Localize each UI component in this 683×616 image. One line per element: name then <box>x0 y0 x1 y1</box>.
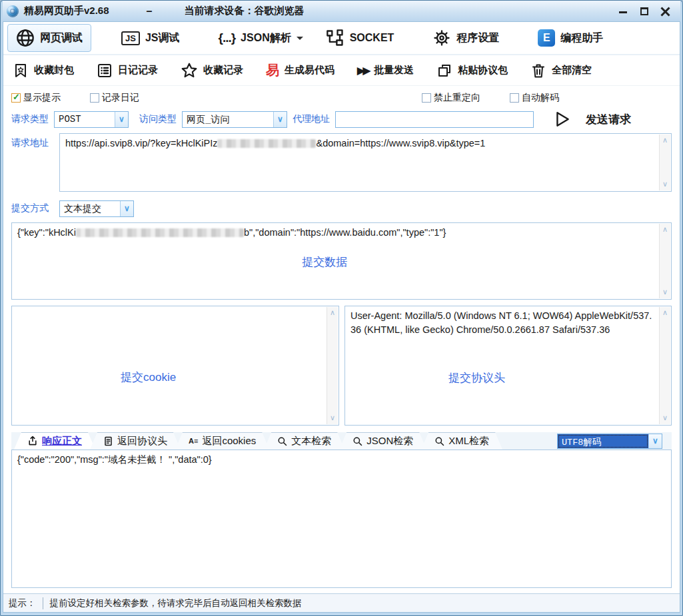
bookmark-star-icon <box>13 63 29 79</box>
submit-method-select[interactable]: 文本提交 ∨ <box>59 200 134 217</box>
checkbox-auto-decode[interactable]: 自动解码 <box>510 92 559 104</box>
scroll-down-icon[interactable]: ∨ <box>662 413 668 424</box>
fast-forward-icon: ▶▶ <box>357 65 368 77</box>
close-icon[interactable] <box>660 6 671 17</box>
scroll-down-icon[interactable]: ∨ <box>662 287 668 298</box>
app-title: 精易网页助手v2.68 <box>24 5 109 17</box>
trash-icon <box>530 63 546 79</box>
tab-coding-assistant[interactable]: E 编程助手 <box>529 25 612 51</box>
tab-web-debug[interactable]: 网页调试 <box>7 24 91 52</box>
title-bar: 精易网页助手v2.68 – 当前请求设备：谷歌浏览器 <box>3 1 680 21</box>
chevron-down-icon[interactable]: ∨ <box>120 201 133 216</box>
nav-label: JSON解析 <box>241 31 291 45</box>
proxy-label: 代理地址 <box>293 113 330 125</box>
status-bar: 提示： 提前设定好相关检索参数，待请求完毕后自动返回相关检索数据 <box>3 593 680 612</box>
tab-label: 返回cookies <box>202 435 256 448</box>
send-request-button[interactable]: 发送请求 <box>554 111 631 128</box>
url-text: https://api.svip8.vip/?key=kHclKiPIz <box>65 138 217 149</box>
tab-socket[interactable]: SOCKET <box>317 24 403 52</box>
tab-label: XML检索 <box>448 435 489 448</box>
batch-send-button[interactable]: ▶▶ 批量发送 <box>357 64 414 77</box>
favorite-records-button[interactable]: 收藏记录 <box>181 62 243 79</box>
checkbox-icon[interactable] <box>422 93 431 103</box>
request-url-textarea[interactable]: https://api.svip8.vip/?key=kHclKiPIz&dom… <box>59 133 672 192</box>
headers-textarea[interactable]: User-Agent: Mozilla/5.0 (Windows NT 6.1;… <box>344 306 672 426</box>
proxy-input[interactable] <box>335 111 534 128</box>
tab-response-cookies[interactable]: A≡ 返回cookies <box>175 432 269 450</box>
request-type-value: POST <box>55 112 115 127</box>
gear-icon <box>432 29 451 47</box>
cookies-list-icon: A≡ <box>189 437 198 445</box>
maximize-icon[interactable] <box>639 6 650 17</box>
chevron-down-icon[interactable]: ∨ <box>115 112 128 127</box>
tab-label: 返回协议头 <box>117 435 167 448</box>
globe-icon <box>16 29 35 47</box>
tab-json-parse[interactable]: {...} JSON解析 <box>209 26 311 50</box>
decode-select[interactable]: UTF8解码 ∨ <box>557 434 662 449</box>
scroll-down-icon[interactable]: ∨ <box>330 413 335 424</box>
checkbox-checked-icon[interactable] <box>11 93 21 103</box>
device-label: 当前请求设备：谷歌浏览器 <box>184 5 304 17</box>
search-icon <box>277 436 287 446</box>
export-icon <box>27 436 38 446</box>
scroll-up-icon[interactable]: ∧ <box>330 308 335 318</box>
access-type-label: 访问类型 <box>139 113 177 125</box>
checkbox-record-diary[interactable]: 记录日记 <box>90 92 139 104</box>
tab-text-search[interactable]: 文本检索 <box>264 432 344 450</box>
checkbox-disable-redirect[interactable]: 禁止重定向 <box>422 92 480 104</box>
scrollbar[interactable]: ∧∨ <box>659 307 670 424</box>
scrollbar[interactable]: ∧∨ <box>327 307 338 424</box>
toolbar-label: 生成易代码 <box>285 64 335 77</box>
minimize-icon[interactable] <box>618 6 628 17</box>
star-icon <box>181 62 198 79</box>
search-icon <box>434 436 444 446</box>
tab-label: 响应正文 <box>42 435 82 448</box>
chevron-down-icon[interactable]: ∨ <box>648 434 662 448</box>
chevron-down-icon[interactable]: ∨ <box>273 112 287 127</box>
scroll-up-icon[interactable]: ∧ <box>662 308 668 318</box>
favorite-packet-button[interactable]: 收藏封包 <box>13 63 74 79</box>
clear-all-button[interactable]: 全部清空 <box>530 63 592 79</box>
scroll-down-icon[interactable]: ∨ <box>662 179 668 190</box>
nav-label: 网页调试 <box>40 31 83 45</box>
tab-response-headers[interactable]: 返回协议头 <box>90 432 181 450</box>
diary-log-button[interactable]: 日记记录 <box>97 63 158 79</box>
toolbar-label: 全部清空 <box>552 64 592 77</box>
paste-protocol-button[interactable]: 粘贴协议包 <box>436 63 508 79</box>
scrollbar[interactable]: ∧∨ <box>659 224 670 298</box>
scrollbar[interactable]: ∧∨ <box>659 135 670 190</box>
send-request-label: 发送请求 <box>586 112 631 127</box>
toolbar-label: 收藏封包 <box>34 64 74 77</box>
decode-select-value: UTF8解码 <box>558 434 648 448</box>
paste-icon <box>436 63 452 79</box>
tab-settings[interactable]: 程序设置 <box>424 24 508 52</box>
socket-icon <box>326 29 344 47</box>
url-text: &domain=https://www.svip8.vip&type=1 <box>316 138 485 149</box>
nav-label: JS调试 <box>145 31 180 45</box>
submit-method-label: 提交方式 <box>11 202 53 214</box>
tab-xml-search[interactable]: XML检索 <box>421 432 502 450</box>
checkbox-show-tips[interactable]: 显示提示 <box>11 92 61 104</box>
tab-response-body[interactable]: 响应正文 <box>14 432 95 450</box>
access-type-select[interactable]: 网页_访问 ∨ <box>182 111 287 128</box>
scroll-up-icon[interactable]: ∧ <box>662 135 668 146</box>
generate-easy-code-button[interactable]: 易 生成易代码 <box>266 61 335 79</box>
app-logo-icon <box>7 5 19 17</box>
title-dash: – <box>147 5 153 17</box>
access-type-value: 网页_访问 <box>183 112 273 127</box>
document-icon <box>103 436 113 446</box>
post-data-textarea[interactable]: {"key":"kHclKib","domain":"https://www.b… <box>11 222 672 300</box>
scroll-up-icon[interactable]: ∧ <box>662 224 668 235</box>
toolbar-label: 粘贴协议包 <box>458 64 508 77</box>
tab-json-search[interactable]: JSON检索 <box>339 432 426 450</box>
response-body-textarea[interactable]: {"code":"200","msg":"域名未拦截！ ","data":0} <box>11 450 672 588</box>
checkbox-icon[interactable] <box>90 93 99 103</box>
braces-icon: {...} <box>218 31 235 45</box>
tab-js-debug[interactable]: JS JS调试 <box>113 27 188 50</box>
request-type-select[interactable]: POST ∨ <box>54 111 129 128</box>
response-text: {"code":"200","msg":"域名未拦截！ ","data":0} <box>12 450 671 469</box>
checkbox-icon[interactable] <box>510 93 519 103</box>
cookie-textarea[interactable]: 提交cookie ∧∨ <box>11 306 339 426</box>
toolbar-label: 日记记录 <box>118 64 158 77</box>
status-divider <box>43 597 43 609</box>
